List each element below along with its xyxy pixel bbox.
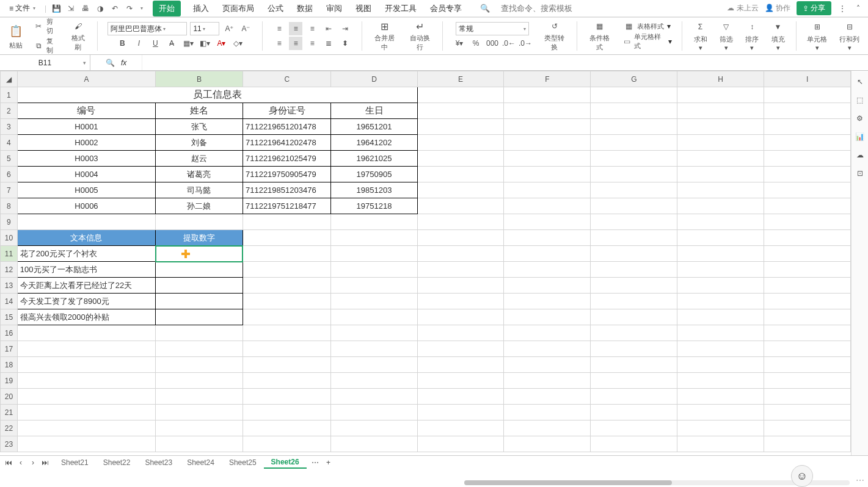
row-8[interactable]: 8: [1, 198, 18, 214]
dec-decimal-icon[interactable]: .0→: [519, 37, 532, 50]
chart-panel-icon[interactable]: 📊: [855, 132, 865, 142]
col-B[interactable]: B: [156, 71, 243, 87]
sum-button[interactable]: Σ: [694, 20, 707, 34]
tab-sheet23[interactable]: Sheet23: [137, 457, 180, 468]
menu-formula[interactable]: 公式: [266, 1, 285, 16]
formula-input[interactable]: [142, 55, 868, 70]
row-17[interactable]: 17: [1, 341, 18, 357]
row-7[interactable]: 7: [1, 182, 18, 198]
col-A[interactable]: A: [17, 71, 155, 87]
col-F[interactable]: F: [504, 71, 591, 87]
indent-dec-icon[interactable]: ⇤: [322, 22, 335, 35]
row-16[interactable]: 16: [1, 325, 18, 341]
percent-icon[interactable]: %: [469, 37, 483, 50]
orientation-icon[interactable]: ⬍: [338, 37, 352, 50]
menu-data[interactable]: 数据: [296, 1, 314, 16]
increase-font-icon[interactable]: A⁺: [222, 22, 236, 35]
tab-sheet21[interactable]: Sheet21: [54, 457, 96, 468]
rowcol-button[interactable]: ⊟: [843, 20, 856, 34]
col-H[interactable]: H: [677, 71, 764, 87]
file-menu[interactable]: ≡ 文件 ▾: [5, 1, 40, 15]
align-right-icon[interactable]: ≡: [305, 37, 319, 50]
backup-panel-icon[interactable]: ☁: [855, 150, 865, 160]
row-11[interactable]: 11: [1, 246, 18, 262]
collapse-ribbon-icon[interactable]: ˄: [853, 4, 863, 13]
tab-next-icon[interactable]: ›: [28, 458, 38, 467]
merge-button[interactable]: ⊞: [378, 20, 392, 32]
cell-style-icon[interactable]: ▭: [622, 37, 632, 46]
row-22[interactable]: 22: [1, 420, 18, 436]
decrease-font-icon[interactable]: A⁻: [239, 22, 252, 35]
menu-start[interactable]: 开始: [153, 1, 181, 16]
bold-button[interactable]: B: [115, 37, 129, 50]
paste-button[interactable]: 📋: [7, 23, 24, 40]
wrap-button[interactable]: ↵: [413, 20, 426, 32]
row-5[interactable]: 5: [1, 151, 18, 167]
save-icon[interactable]: 💾: [51, 4, 61, 13]
row-21[interactable]: 21: [1, 405, 18, 420]
search-fn-icon[interactable]: 🔍: [106, 59, 115, 67]
col-E[interactable]: E: [417, 71, 504, 87]
col-I[interactable]: I: [764, 71, 851, 87]
menu-view[interactable]: 视图: [354, 1, 373, 16]
row-23[interactable]: 23: [1, 436, 18, 452]
row-18[interactable]: 18: [1, 357, 18, 373]
table-style-icon[interactable]: ▦: [624, 21, 634, 31]
print-icon[interactable]: 🖶: [81, 4, 90, 13]
indent-inc-icon[interactable]: ⇥: [338, 22, 352, 35]
tab-sheet25[interactable]: Sheet25: [222, 457, 264, 468]
tab-more-icon[interactable]: ⋯: [310, 458, 320, 467]
select-panel-icon[interactable]: ⬚: [855, 95, 865, 105]
align-left-icon[interactable]: ≡: [272, 37, 286, 50]
cut-icon[interactable]: ✂: [34, 21, 43, 31]
italic-button[interactable]: I: [132, 37, 145, 50]
font-size-select[interactable]: 11▾: [190, 22, 219, 35]
command-search[interactable]: [501, 4, 586, 13]
collab-button[interactable]: 👤 协作: [765, 3, 790, 13]
underline-button[interactable]: U: [148, 37, 162, 50]
col-D[interactable]: D: [331, 71, 417, 87]
row-9[interactable]: 9: [1, 214, 18, 230]
help-panel-icon[interactable]: ⊡: [855, 168, 865, 178]
qat-more[interactable]: ▾: [140, 5, 143, 11]
tab-first-icon[interactable]: ⏮: [4, 458, 13, 467]
tab-prev-icon[interactable]: ‹: [16, 458, 26, 467]
menu-review[interactable]: 审阅: [325, 1, 343, 16]
row-4[interactable]: 4: [1, 135, 18, 151]
preview-icon[interactable]: ◑: [95, 4, 105, 13]
copy-icon[interactable]: ⧉: [34, 41, 43, 51]
align-top-icon[interactable]: ≡: [272, 22, 286, 35]
align-bottom-icon[interactable]: ≡: [305, 22, 319, 35]
fill-color-button[interactable]: ◧▾: [198, 37, 211, 50]
cursor-panel-icon[interactable]: ↖: [855, 77, 865, 87]
undo-icon[interactable]: ↶: [110, 4, 120, 13]
cell-A1[interactable]: 员工信息表: [17, 87, 417, 103]
cell-D2[interactable]: 生日: [331, 103, 417, 119]
row-19[interactable]: 19: [1, 373, 18, 389]
settings-panel-icon[interactable]: ⚙: [855, 114, 865, 123]
justify-icon[interactable]: ≣: [322, 37, 335, 50]
font-color-button[interactable]: A▾: [214, 37, 228, 50]
align-middle-icon[interactable]: ≡: [289, 22, 302, 35]
more-icon[interactable]: ⋮: [837, 4, 847, 13]
row-1[interactable]: 1: [1, 87, 18, 103]
row-14[interactable]: 14: [1, 294, 18, 309]
tab-sheet22[interactable]: Sheet22: [96, 457, 138, 468]
tab-sheet24[interactable]: Sheet24: [180, 457, 222, 468]
select-all-corner[interactable]: ◢: [1, 71, 18, 87]
cell-B11[interactable]: [156, 246, 243, 262]
row-3[interactable]: 3: [1, 119, 18, 135]
cell-A2[interactable]: 编号: [17, 103, 155, 119]
menu-insert[interactable]: 插入: [192, 1, 210, 16]
col-G[interactable]: G: [591, 71, 677, 87]
menu-dev[interactable]: 开发工具: [384, 1, 418, 16]
redo-icon[interactable]: ↷: [125, 4, 134, 13]
strike-button[interactable]: A̶: [165, 37, 178, 50]
cells-button[interactable]: ⊞: [811, 20, 824, 34]
fx-label[interactable]: fx: [121, 59, 126, 67]
fill-button[interactable]: ▼: [771, 20, 785, 34]
menu-layout[interactable]: 页面布局: [221, 1, 255, 16]
row-12[interactable]: 12: [1, 262, 18, 278]
row-6[interactable]: 6: [1, 167, 18, 182]
menu-member[interactable]: 会员专享: [429, 1, 463, 16]
